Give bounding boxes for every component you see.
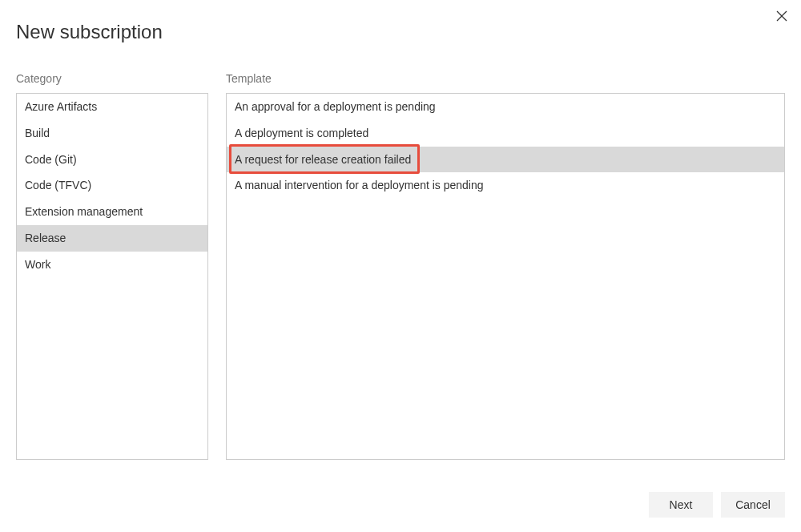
category-list: Azure ArtifactsBuildCode (Git)Code (TFVC…	[16, 93, 208, 460]
category-item[interactable]: Code (Git)	[17, 147, 207, 173]
template-item[interactable]: A deployment is completed	[227, 120, 784, 147]
dialog-footer: Next Cancel	[649, 492, 785, 518]
template-label: Template	[226, 72, 785, 85]
cancel-button[interactable]: Cancel	[721, 492, 785, 518]
category-item[interactable]: Work	[17, 252, 207, 278]
category-item[interactable]: Extension management	[17, 199, 207, 225]
next-button[interactable]: Next	[649, 492, 713, 518]
template-item[interactable]: A manual intervention for a deployment i…	[227, 172, 784, 199]
template-list: An approval for a deployment is pendingA…	[226, 93, 785, 460]
template-column: Template An approval for a deployment is…	[226, 72, 785, 460]
category-item[interactable]: Azure Artifacts	[17, 94, 207, 120]
template-item[interactable]: An approval for a deployment is pending	[227, 94, 784, 120]
content-columns: Category Azure ArtifactsBuildCode (Git)C…	[16, 72, 785, 460]
category-item[interactable]: Build	[17, 120, 207, 147]
category-label: Category	[16, 72, 208, 85]
category-item[interactable]: Release	[17, 225, 207, 252]
category-item[interactable]: Code (TFVC)	[17, 172, 207, 199]
dialog-title: New subscription	[16, 21, 785, 43]
category-column: Category Azure ArtifactsBuildCode (Git)C…	[16, 72, 208, 460]
template-item[interactable]: A request for release creation failed	[227, 147, 784, 173]
close-icon[interactable]	[774, 8, 790, 24]
